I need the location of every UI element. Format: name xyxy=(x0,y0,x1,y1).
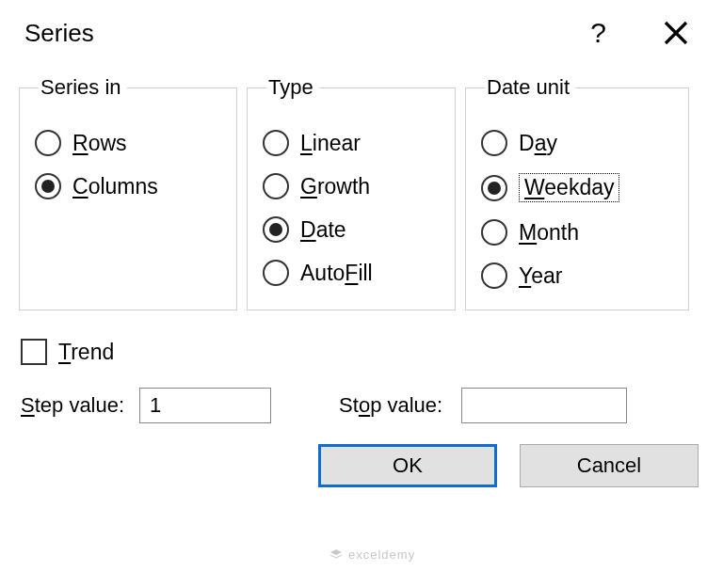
radio-linear-input[interactable] xyxy=(263,130,289,156)
group-type: Type Linear Growth Date AutoFill xyxy=(247,75,456,310)
radio-weekday-input[interactable] xyxy=(481,175,507,201)
dialog-title: Series xyxy=(24,19,94,48)
radio-columns-label: Columns xyxy=(72,174,158,199)
radio-columns-input[interactable] xyxy=(35,173,61,199)
radio-growth-label: Growth xyxy=(300,174,370,199)
trend-checkbox[interactable]: Trend xyxy=(21,339,704,365)
radio-rows-input[interactable] xyxy=(35,130,61,156)
group-type-legend: Type xyxy=(266,75,319,100)
watermark: exceldemy xyxy=(329,548,415,562)
radio-date-label: Date xyxy=(300,217,346,243)
radio-month-label: Month xyxy=(519,220,579,246)
radio-year-input[interactable] xyxy=(481,262,507,289)
radio-date-input[interactable] xyxy=(263,216,289,243)
group-date-unit: Date unit Day Weekday Month Year xyxy=(465,75,689,310)
radio-growth-input[interactable] xyxy=(263,173,289,199)
radio-autofill-label: AutoFill xyxy=(300,261,373,286)
radio-weekday-label: Weekday xyxy=(519,173,619,202)
radio-month[interactable]: Month xyxy=(481,219,673,246)
cancel-button[interactable]: Cancel xyxy=(520,444,699,487)
radio-day-input[interactable] xyxy=(481,130,507,156)
radio-columns[interactable]: Columns xyxy=(35,173,221,199)
radio-month-input[interactable] xyxy=(481,219,507,246)
radio-rows-label: Rows xyxy=(72,131,127,156)
radio-date[interactable]: Date xyxy=(263,216,440,243)
trend-checkbox-input[interactable] xyxy=(21,339,47,365)
close-icon[interactable] xyxy=(663,20,689,46)
radio-day-label: Day xyxy=(519,131,557,156)
buttons-row: OK Cancel xyxy=(19,444,704,487)
radio-year-label: Year xyxy=(519,263,562,289)
radio-day[interactable]: Day xyxy=(481,130,673,156)
radio-linear[interactable]: Linear xyxy=(263,130,440,156)
group-date-unit-legend: Date unit xyxy=(485,75,575,100)
group-series-in: Series in Rows Columns xyxy=(19,75,237,310)
radio-growth[interactable]: Growth xyxy=(263,173,440,199)
help-icon[interactable]: ? xyxy=(590,17,606,49)
radio-year[interactable]: Year xyxy=(481,262,673,289)
titlebar-controls: ? xyxy=(590,17,699,49)
radio-autofill[interactable]: AutoFill xyxy=(263,260,440,286)
titlebar: Series ? xyxy=(19,17,704,75)
inputs-row: Step value: Stop value: xyxy=(21,388,704,423)
series-dialog: Series ? Series in Rows Columns Type Li xyxy=(0,0,723,508)
radio-autofill-input[interactable] xyxy=(263,260,289,286)
group-series-in-legend: Series in xyxy=(39,75,127,100)
stop-value-input[interactable] xyxy=(461,388,627,423)
step-value-label: Step value: xyxy=(21,393,124,418)
radio-rows[interactable]: Rows xyxy=(35,130,221,156)
radio-weekday[interactable]: Weekday xyxy=(481,173,673,202)
step-value-input[interactable] xyxy=(139,388,271,423)
ok-button[interactable]: OK xyxy=(318,444,497,487)
radio-linear-label: Linear xyxy=(300,131,361,156)
stop-value-label: Stop value: xyxy=(339,393,442,418)
trend-label: Trend xyxy=(58,340,114,365)
groups-row: Series in Rows Columns Type Linear Growt… xyxy=(19,75,704,310)
